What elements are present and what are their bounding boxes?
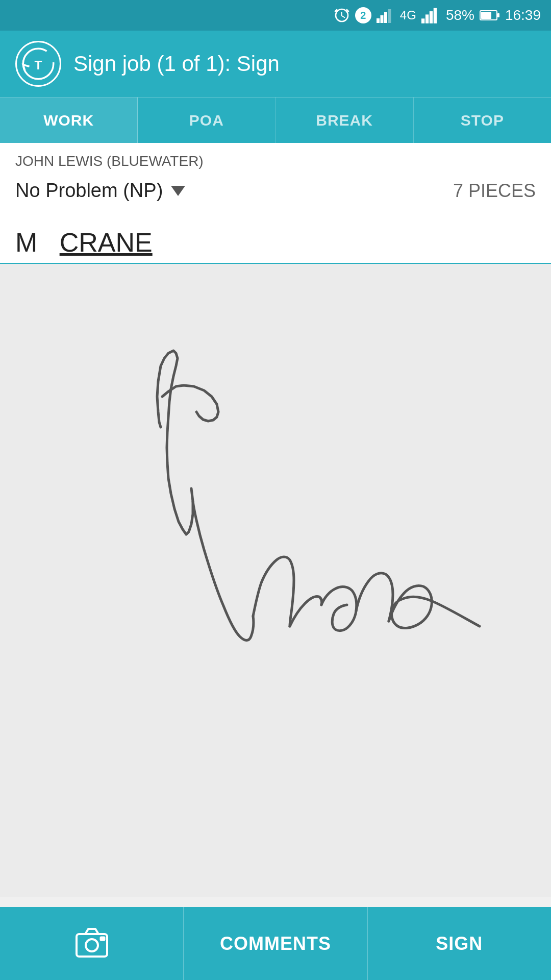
svg-rect-6 xyxy=(430,11,433,23)
dropdown-arrow-icon xyxy=(171,186,185,196)
camera-button[interactable] xyxy=(0,907,184,980)
svg-rect-1 xyxy=(380,15,383,23)
comments-button[interactable]: COMMENTS xyxy=(184,907,367,980)
svg-text:T: T xyxy=(35,58,42,72)
notification-badge: 2 xyxy=(355,7,371,23)
network-type: 4G xyxy=(400,8,416,22)
svg-rect-3 xyxy=(388,9,391,23)
svg-rect-2 xyxy=(384,12,387,23)
battery-percentage: 58% xyxy=(446,7,474,23)
tab-poa[interactable]: POA xyxy=(138,97,276,143)
tab-bar: WORK POA BREAK STOP xyxy=(0,97,551,143)
signature-area[interactable] xyxy=(0,264,551,897)
data-signal-icon xyxy=(421,7,441,23)
svg-rect-7 xyxy=(434,8,437,23)
signature-svg xyxy=(0,264,551,897)
tab-work[interactable]: WORK xyxy=(0,97,138,143)
svg-rect-4 xyxy=(421,18,424,23)
delivery-status-text: No Problem (NP) xyxy=(15,180,163,202)
svg-rect-15 xyxy=(101,937,105,940)
delivery-status-selector[interactable]: No Problem (NP) xyxy=(15,180,185,202)
camera-icon xyxy=(74,925,110,963)
svg-rect-9 xyxy=(497,13,499,17)
svg-rect-0 xyxy=(377,18,380,23)
time-display: 16:39 xyxy=(505,7,541,23)
customer-name: JOHN LEWIS (BLUEWATER) xyxy=(15,153,536,169)
header-title: Sign job (1 of 1): Sign xyxy=(73,52,280,76)
bottom-bar: COMMENTS SIGN xyxy=(0,907,551,980)
svg-rect-5 xyxy=(425,14,429,23)
svg-rect-10 xyxy=(481,12,491,19)
sign-button[interactable]: SIGN xyxy=(368,907,551,980)
signatory-name: CRANE xyxy=(60,228,153,257)
signatory-display: M CRANE xyxy=(15,228,153,257)
delivery-status-row: No Problem (NP) 7 PIECES xyxy=(15,175,536,207)
status-bar: 2 4G 58% 16:39 xyxy=(0,0,551,31)
sign-label: SIGN xyxy=(436,933,483,954)
svg-point-14 xyxy=(86,939,98,951)
tab-break[interactable]: BREAK xyxy=(276,97,414,143)
comments-label: COMMENTS xyxy=(220,933,331,954)
app-header: T Sign job (1 of 1): Sign xyxy=(0,31,551,97)
delivery-info: JOHN LEWIS (BLUEWATER) No Problem (NP) 7… xyxy=(0,143,551,217)
alarm-icon xyxy=(334,7,350,23)
signatory-prefix: M xyxy=(15,228,37,257)
signatory-name-area[interactable]: M CRANE xyxy=(0,217,551,264)
tab-stop[interactable]: STOP xyxy=(414,97,551,143)
signal-icon xyxy=(377,7,395,23)
status-icons: 2 4G 58% 16:39 xyxy=(334,7,541,23)
app-logo: T xyxy=(15,41,61,87)
pieces-count: 7 PIECES xyxy=(453,180,536,202)
battery-icon xyxy=(480,9,500,21)
